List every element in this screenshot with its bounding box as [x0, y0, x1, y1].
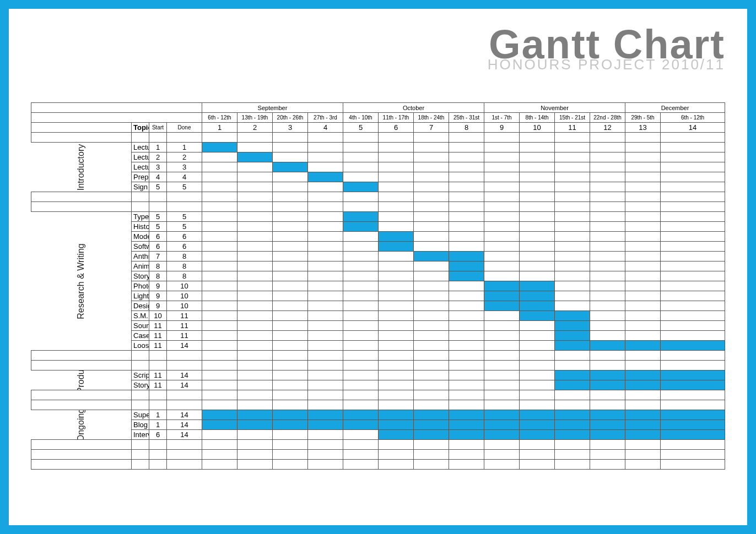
gantt-cell — [555, 341, 590, 351]
gantt-cell — [343, 321, 379, 331]
task-done: 10 — [167, 281, 202, 291]
gantt-cell — [273, 152, 308, 162]
gantt-cell — [555, 311, 590, 321]
gantt-cell — [202, 301, 237, 311]
gantt-cell — [379, 420, 414, 430]
gantt-cell — [343, 281, 379, 291]
task-name: Interview - Email Contacts — [132, 430, 149, 440]
gantt-cell — [414, 430, 449, 440]
gantt-cell — [379, 222, 414, 232]
gantt-cell — [273, 242, 308, 252]
task-name: Storytelling Techniques — [132, 271, 149, 281]
gantt-cell — [414, 301, 449, 311]
task-start: 3 — [149, 162, 167, 172]
gantt-cell — [555, 152, 590, 162]
gantt-cell — [625, 291, 661, 301]
gantt-cell — [661, 281, 725, 291]
col-topic: Topic / Task — [132, 123, 149, 133]
task-start: 11 — [149, 380, 167, 390]
gantt-cell — [520, 152, 555, 162]
month-header: September — [202, 103, 343, 113]
gantt-cell — [555, 162, 590, 172]
gantt-cell — [590, 232, 625, 242]
gantt-cell — [520, 301, 555, 311]
gantt-cell — [555, 143, 590, 152]
task-done: 8 — [167, 261, 202, 271]
task-start: 8 — [149, 261, 167, 271]
gantt-cell — [661, 152, 725, 162]
gantt-cell — [449, 410, 484, 420]
week-number: 6 — [379, 123, 414, 133]
gantt-cell — [590, 281, 625, 291]
gantt-cell — [273, 321, 308, 331]
gantt-cell — [273, 222, 308, 232]
gantt-cell — [449, 321, 484, 331]
gantt-cell — [237, 301, 273, 311]
gantt-cell — [449, 271, 484, 281]
gantt-cell — [308, 370, 343, 380]
gantt-cell — [484, 162, 520, 172]
gantt-cell — [273, 281, 308, 291]
week-dates: 13th - 19th — [237, 113, 273, 123]
gantt-cell — [661, 341, 725, 351]
gantt-cell — [308, 311, 343, 321]
gantt-cell — [555, 252, 590, 261]
task-name: Anthropomorphism — [132, 252, 149, 261]
gantt-cell — [520, 162, 555, 172]
gantt-cell — [449, 232, 484, 242]
gantt-cell — [625, 301, 661, 311]
section-label-cell: Introductory — [31, 143, 132, 192]
gantt-cell — [237, 162, 273, 172]
gantt-cell — [414, 370, 449, 380]
week-number: 8 — [449, 123, 484, 133]
gantt-cell — [449, 311, 484, 321]
gantt-cell — [308, 271, 343, 281]
gantt-cell — [520, 311, 555, 321]
week-dates: 22nd - 28th — [590, 113, 625, 123]
task-done: 5 — [167, 222, 202, 232]
section-label: Research & Writing — [76, 243, 86, 319]
gantt-cell — [202, 380, 237, 390]
week-dates: 29th - 5th — [625, 113, 661, 123]
gantt-cell — [237, 321, 273, 331]
gantt-cell — [343, 331, 379, 341]
gantt-cell — [625, 271, 661, 281]
gantt-cell — [484, 222, 520, 232]
gantt-cell — [343, 162, 379, 172]
gantt-cell — [414, 311, 449, 321]
gantt-cell — [414, 321, 449, 331]
task-name: Lecture Series - 3 — [132, 162, 149, 172]
gantt-cell — [520, 380, 555, 390]
gantt-cell — [555, 212, 590, 222]
page-subtitle: HONOURS PROJECT 2010/11 — [488, 57, 725, 72]
gantt-cell — [237, 420, 273, 430]
task-done: 5 — [167, 182, 202, 192]
gantt-cell — [379, 370, 414, 380]
gantt-cell — [625, 370, 661, 380]
gantt-cell — [273, 172, 308, 182]
gantt-cell — [520, 321, 555, 331]
gantt-cell — [661, 212, 725, 222]
week-number: 12 — [590, 123, 625, 133]
task-start: 5 — [149, 212, 167, 222]
gantt-cell — [308, 172, 343, 182]
task-start: 9 — [149, 301, 167, 311]
gantt-cell — [237, 380, 273, 390]
gantt-cell — [484, 370, 520, 380]
gantt-cell — [308, 242, 343, 252]
gantt-cell — [273, 301, 308, 311]
gantt-cell — [308, 261, 343, 271]
gantt-cell — [520, 232, 555, 242]
gantt-cell — [202, 143, 237, 152]
gantt-cell — [661, 420, 725, 430]
gantt-cell — [273, 182, 308, 192]
gantt-cell — [343, 261, 379, 271]
gantt-cell — [555, 380, 590, 390]
gantt-cell — [590, 430, 625, 440]
gantt-cell — [414, 271, 449, 281]
gantt-cell — [484, 152, 520, 162]
week-dates: 1st - 7th — [484, 113, 520, 123]
gantt-cell — [202, 281, 237, 291]
gantt-cell — [273, 261, 308, 271]
task-name: Software — [132, 242, 149, 252]
